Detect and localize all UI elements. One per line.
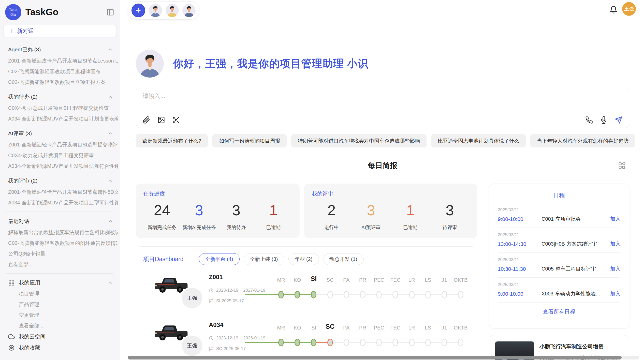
schedule-card: 日程 2025/03/11 9:00-10:00 C001-立项审批会 加入 2… <box>489 184 629 328</box>
dashboard-filter[interactable]: 全新上装 (3) <box>244 253 284 265</box>
collapse-sidebar-icon[interactable] <box>107 8 114 16</box>
stat-card: 任务进度 24 新增完成任务 3 新增AI完成任务 3 我的待办 1 已逾期 <box>136 184 300 238</box>
send-icon[interactable] <box>615 116 622 124</box>
dashboard-filter[interactable]: 全新平台 (4) <box>199 253 240 265</box>
sidebar-item-my-apps[interactable]: 我的应用 <box>8 277 118 288</box>
suggestion-chip[interactable]: 特朗普可能对进口汽车增税会对中国车企造成哪些影响 <box>291 134 427 147</box>
chevron-up-icon[interactable] <box>108 94 113 100</box>
avatar[interactable] <box>166 4 179 17</box>
greeting-text: 你好，王强，我是你的项目管理助理 小识 <box>173 57 368 71</box>
sidebar-item[interactable]: 我的云空间 <box>8 331 118 342</box>
suggestion-chip[interactable]: 比亚迪全固态电池计划具体说了什么 <box>431 134 526 147</box>
screenshot-scissors-icon[interactable] <box>172 116 180 124</box>
app-root: Task Go TaskGo 新对话 Agent已办 (3)Z001-全新燃油皮… <box>0 0 644 360</box>
recent-conversation-item[interactable]: 解释最新出台的欧盟报废车法规再生塑料比例被调至15%... <box>8 227 118 238</box>
milestone-node <box>295 339 300 346</box>
milestone-node <box>360 339 365 346</box>
join-event-link[interactable]: 加入 <box>610 241 620 247</box>
suggestion-chip[interactable]: 欧洲新规最近颁布了什么? <box>136 134 208 147</box>
event-date: 2025/03/11 <box>498 282 620 287</box>
sidebar-header: Task Go TaskGo <box>0 0 120 23</box>
app-sub-item[interactable]: 查看全部... <box>8 320 118 331</box>
project-owner-avatar: 王强 <box>181 335 203 357</box>
insert-image-icon[interactable] <box>157 116 165 124</box>
event-name: C005-整车工程目标评审 <box>541 265 610 272</box>
recent-conversations-header[interactable]: 最近对话 <box>8 215 118 227</box>
sidebar-item[interactable]: Z001-全新燃油轻卡产品开发项目SI节点属性5D文件评审 <box>8 187 118 197</box>
notifications-bell-icon[interactable] <box>609 6 618 14</box>
sidebar-section-header[interactable]: AI评审 (3) <box>8 128 118 139</box>
sidebar-section-header[interactable]: 我的待办 (2) <box>8 91 118 103</box>
app-sub-item[interactable]: 变更管理 <box>8 310 118 320</box>
app-sub-item[interactable]: 项目管理 <box>8 288 118 299</box>
suggestion-chip[interactable]: 如何写一份清晰的项目周报 <box>212 134 287 147</box>
section-label: 我的待办 (2) <box>8 93 38 100</box>
milestone-node <box>409 291 415 298</box>
sidebar-item[interactable]: C02-飞腾新能源轻客改款项目里程碑画布 <box>8 66 118 77</box>
voice-call-icon[interactable] <box>585 116 593 124</box>
add-conversation-button[interactable] <box>131 4 145 17</box>
chevron-up-icon[interactable] <box>108 47 113 52</box>
sidebar-item[interactable]: A034-全新新能源MUV产品开发项目计划变更表编写 <box>8 113 118 124</box>
sidebar-item[interactable]: A034-全新新能源MUV产品开发项目法规符合性评审 <box>8 161 118 171</box>
milestone-node <box>392 291 398 298</box>
dashboard-header: 项目Dashboard 全新平台 (4)全新上装 (3)年型 (2)动总开发 (… <box>143 253 470 265</box>
sidebar-item[interactable]: C02-飞腾新能源轻客改款项目立项汇报方案 <box>8 77 118 87</box>
sidebar-item[interactable]: Z001-全新燃油轻卡产品开发项目SI造型提交物评审 <box>8 139 118 150</box>
microphone-icon[interactable] <box>600 116 608 124</box>
divider <box>5 212 113 212</box>
news-title: 小鹏飞行汽车制造公司增资 <box>539 343 623 350</box>
schedule-event: 2025/03/11 13:00-14:30 C003|H0B-方案冻结评审 加… <box>498 228 620 253</box>
sidebar-item[interactable]: A034-全新新能源MUV产品开发项目造型可行性评审 <box>8 197 118 208</box>
recent-conversation-item[interactable]: 查看全部... <box>8 259 118 270</box>
stat-label: AI预评审 <box>351 224 391 231</box>
schedule-title: 日程 <box>498 189 620 203</box>
chat-composer[interactable]: 请输入... <box>136 87 629 128</box>
chevron-up-icon[interactable] <box>108 280 113 286</box>
view-all-schedule-link[interactable]: 查看所有日程 <box>498 303 620 315</box>
sidebar-item[interactable]: 我的收藏 <box>8 342 118 353</box>
project-flag-milestone: SC-2025-05-17 <box>209 346 246 351</box>
horizontal-scrollbar-thumb[interactable] <box>128 356 622 359</box>
chevron-up-icon[interactable] <box>108 218 113 224</box>
stat: 3 待评审 <box>430 202 470 231</box>
avatar[interactable] <box>149 4 162 17</box>
sidebar-item[interactable]: C0X4-动力总成开发项目工程变更评审 <box>8 150 118 161</box>
stat-value: 1 <box>391 202 430 219</box>
clock-icon <box>209 336 214 341</box>
user-avatar[interactable]: 王强 <box>622 2 636 16</box>
chevron-up-icon[interactable] <box>108 131 113 136</box>
milestone-node <box>327 291 333 298</box>
divider <box>5 273 113 274</box>
person-illustration <box>149 4 162 17</box>
join-event-link[interactable]: 加入 <box>610 216 620 222</box>
sidebar-item[interactable]: Z001-全新燃油皮卡产品开发项目SI节点Lesson Learn报告 <box>8 55 118 66</box>
sidebar-item[interactable]: C0X4-动力总成开发项目SI里程碑提交物检查 <box>8 103 118 113</box>
sidebar-section-header[interactable]: 我的评审 (2) <box>8 175 118 187</box>
milestone-node <box>344 339 349 346</box>
sidebar-section-header[interactable]: Agent已办 (3) <box>8 44 118 55</box>
app-sub-item[interactable]: 产品管理 <box>8 299 118 310</box>
recent-conversation-item[interactable]: 公司Q3轻卡销量 <box>8 248 118 259</box>
stat-label: 进行中 <box>312 224 351 231</box>
milestone-node <box>458 339 463 346</box>
stat-label: 已逾期 <box>255 224 292 231</box>
milestone-node <box>344 291 349 298</box>
milestone-node <box>376 291 382 298</box>
attachment-icon[interactable] <box>143 116 150 124</box>
event-name: C001-立项审批会 <box>541 216 610 222</box>
join-event-link[interactable]: 加入 <box>610 290 620 297</box>
milestone-node <box>442 339 447 346</box>
right-column: 日程 2025/03/11 9:00-10:00 C001-立项审批会 加入 2… <box>489 184 629 360</box>
new-chat-button[interactable]: 新对话 <box>4 25 117 37</box>
dashboard-filter[interactable]: 年型 (2) <box>288 253 319 265</box>
chevron-up-icon[interactable] <box>108 178 113 184</box>
avatar[interactable] <box>182 4 196 17</box>
new-chat-label: 新对话 <box>17 27 34 35</box>
suggestion-chip[interactable]: 当下年轻人对汽车外观有怎样的喜好趋势 <box>530 134 635 147</box>
layout-grid-icon[interactable] <box>618 162 626 169</box>
recent-conversation-item[interactable]: C02-飞腾新能源轻客改款项目的闭环通告反馈情况 <box>8 238 118 248</box>
dashboard-filter[interactable]: 动总开发 (1) <box>323 253 364 265</box>
join-event-link[interactable]: 加入 <box>610 265 620 272</box>
briefing-title: 每日简报 <box>136 161 629 171</box>
